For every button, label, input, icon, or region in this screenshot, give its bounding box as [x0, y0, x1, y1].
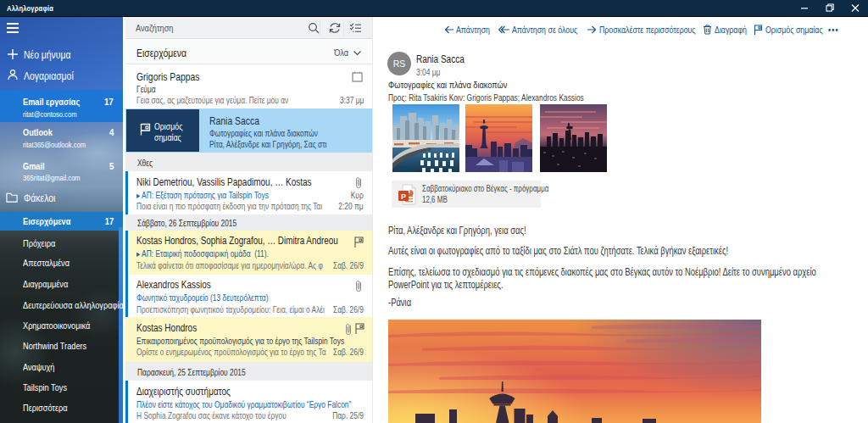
svg-text:P: P	[401, 192, 406, 201]
